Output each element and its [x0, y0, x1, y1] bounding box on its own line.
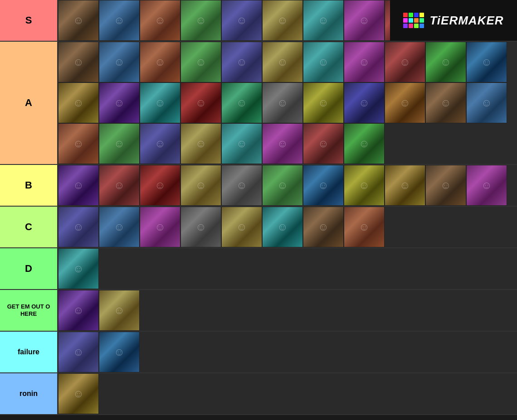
- tier-b-text: B: [25, 179, 32, 191]
- char-tile[interactable]: ☺: [180, 207, 221, 247]
- char-tile[interactable]: ☺: [303, 82, 344, 123]
- char-tile[interactable]: ☺: [180, 42, 221, 82]
- char-tile[interactable]: ☺: [262, 82, 303, 123]
- char-tile[interactable]: ☺: [99, 290, 140, 331]
- char-tile[interactable]: ☺: [303, 0, 344, 41]
- tier-d-text: D: [25, 263, 32, 275]
- char-tile[interactable]: ☺: [385, 82, 425, 123]
- tier-row-failure: failure ☺☺: [0, 332, 517, 373]
- tier-d-content: ☺: [57, 248, 517, 289]
- char-tile[interactable]: ☺: [303, 165, 344, 206]
- char-tile[interactable]: ☺: [466, 165, 507, 206]
- char-tile[interactable]: ☺: [99, 82, 140, 123]
- char-tile[interactable]: ☺: [262, 207, 303, 247]
- char-tile[interactable]: ☺: [140, 165, 180, 206]
- tier-c-content: ☺☺☺☺☺☺☺☺: [57, 207, 517, 247]
- tier-c-text: C: [25, 221, 32, 233]
- tier-row-a: A ☺☺☺☺☺☺☺☺☺☺☺☺☺☺☺☺☺☺☺☺☺☺☺☺☺☺☺☺☺☺: [0, 42, 517, 165]
- char-tile[interactable]: ☺: [58, 207, 99, 247]
- logo-cell-9: [403, 24, 408, 28]
- tier-row-b: B ☺☺☺☺☺☺☺☺☺☺☺: [0, 165, 517, 207]
- char-tile[interactable]: ☺: [140, 82, 180, 123]
- char-tile[interactable]: ☺: [262, 165, 303, 206]
- char-tile[interactable]: ☺: [303, 42, 344, 82]
- char-tile[interactable]: ☺: [425, 42, 466, 82]
- char-tile[interactable]: ☺: [303, 123, 344, 164]
- char-tile[interactable]: ☺: [99, 332, 140, 372]
- tier-row-c: C ☺☺☺☺☺☺☺☺: [0, 207, 517, 248]
- tier-label-s: S: [0, 0, 57, 41]
- char-tile[interactable]: ☺: [58, 82, 99, 123]
- logo-cell-1: [403, 13, 408, 17]
- char-tile[interactable]: ☺: [262, 42, 303, 82]
- tier-row-d: D ☺: [0, 248, 517, 290]
- char-tile[interactable]: ☺: [262, 0, 303, 41]
- char-tile[interactable]: ☺: [344, 207, 385, 247]
- char-tile[interactable]: ☺: [180, 0, 221, 41]
- tier-label-b: B: [0, 165, 57, 206]
- char-tile[interactable]: ☺: [385, 165, 425, 206]
- char-tile[interactable]: ☺: [425, 165, 466, 206]
- char-tile[interactable]: ☺: [99, 123, 140, 164]
- logo-cell-7: [414, 18, 419, 23]
- char-tile[interactable]: ☺: [221, 0, 262, 41]
- tierlist-container: S ☺☺☺☺☺☺☺☺☺: [0, 0, 517, 415]
- char-tile[interactable]: ☺: [99, 207, 140, 247]
- logo-cell-2: [409, 13, 413, 17]
- char-tile[interactable]: ☺: [58, 123, 99, 164]
- char-tile[interactable]: ☺: [58, 165, 99, 206]
- logo-cell-8: [419, 18, 424, 23]
- char-tile[interactable]: ☺: [385, 42, 425, 82]
- tier-label-a: A: [0, 42, 57, 164]
- tier-ronin-text: ronin: [20, 389, 38, 398]
- char-tile[interactable]: ☺: [180, 123, 221, 164]
- logo-cell-11: [414, 24, 419, 28]
- logo-cell-4: [419, 13, 424, 17]
- char-tile[interactable]: ☺: [344, 0, 385, 41]
- tier-list: S ☺☺☺☺☺☺☺☺☺: [0, 0, 517, 415]
- char-tile[interactable]: ☺: [140, 0, 180, 41]
- char-tile[interactable]: ☺: [99, 0, 140, 41]
- char-tile[interactable]: ☺: [344, 123, 385, 164]
- char-tile[interactable]: ☺: [58, 248, 99, 289]
- char-tile[interactable]: ☺: [344, 42, 385, 82]
- char-tile[interactable]: ☺: [58, 42, 99, 82]
- tiermaker-logo-grid: [403, 13, 424, 28]
- logo-cell-3: [414, 13, 419, 17]
- tier-a-content: ☺☺☺☺☺☺☺☺☺☺☺☺☺☺☺☺☺☺☺☺☺☺☺☺☺☺☺☺☺☺: [57, 42, 517, 164]
- tier-label-c: C: [0, 207, 57, 247]
- char-tile[interactable]: ☺: [221, 165, 262, 206]
- char-tile[interactable]: ☺: [180, 82, 221, 123]
- char-tile[interactable]: ☺: [140, 207, 180, 247]
- char-tile[interactable]: ☺: [58, 290, 99, 331]
- char-tile[interactable]: ☺: [221, 207, 262, 247]
- char-tile[interactable]: ☺: [140, 123, 180, 164]
- char-tile[interactable]: ☺: [180, 165, 221, 206]
- char-tile[interactable]: ☺: [99, 165, 140, 206]
- tier-a-text: A: [25, 97, 32, 109]
- char-tile[interactable]: ☺: [221, 82, 262, 123]
- tiermaker-logo-area: TiERMAKER: [390, 0, 517, 41]
- tier-row-ronin: ronin ☺: [0, 373, 517, 415]
- char-tile[interactable]: ☺: [262, 123, 303, 164]
- tier-failure-content: ☺☺: [57, 332, 517, 372]
- char-tile[interactable]: ☺: [99, 42, 140, 82]
- tier-label-d: D: [0, 248, 57, 289]
- char-tile[interactable]: ☺: [58, 373, 99, 414]
- char-tile[interactable]: ☺: [140, 42, 180, 82]
- char-tile[interactable]: ☺: [58, 0, 99, 41]
- char-tile[interactable]: ☺: [58, 332, 99, 372]
- char-tile[interactable]: ☺: [466, 82, 507, 123]
- char-tile[interactable]: ☺: [344, 82, 385, 123]
- char-tile[interactable]: ☺: [344, 165, 385, 206]
- char-tile[interactable]: ☺: [303, 207, 344, 247]
- char-tile[interactable]: ☺: [221, 42, 262, 82]
- char-tile[interactable]: ☺: [425, 82, 466, 123]
- tiermaker-logo-text: TiERMAKER: [429, 14, 503, 28]
- tier-row-s: S ☺☺☺☺☺☺☺☺☺: [0, 0, 517, 42]
- char-tile[interactable]: ☺: [466, 42, 507, 82]
- logo-cell-6: [409, 18, 413, 23]
- char-tile[interactable]: ☺: [221, 123, 262, 164]
- logo-cell-5: [403, 18, 408, 23]
- tier-row-getem: GET EM OUT O HERE ☺☺: [0, 290, 517, 332]
